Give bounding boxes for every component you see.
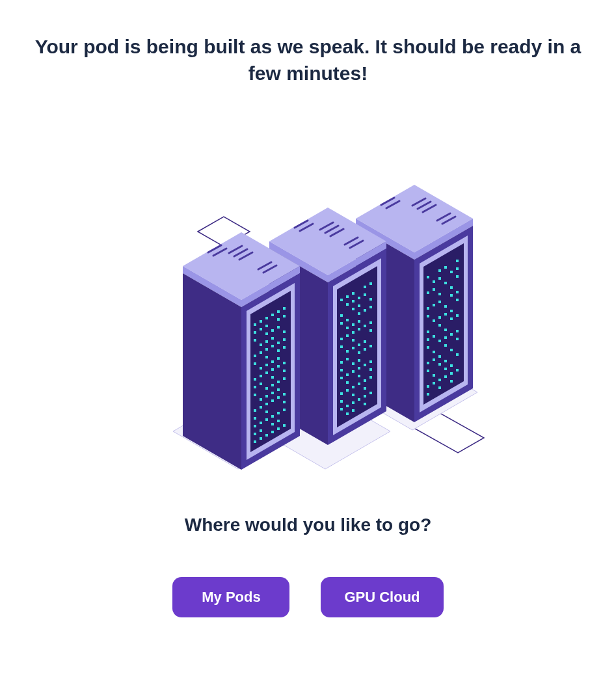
svg-rect-179 (438, 293, 441, 295)
svg-rect-158 (340, 408, 343, 411)
svg-rect-188 (456, 299, 459, 301)
svg-rect-80 (265, 411, 268, 413)
svg-rect-106 (364, 293, 366, 296)
svg-rect-98 (340, 299, 343, 301)
svg-rect-78 (283, 393, 286, 396)
svg-rect-95 (271, 431, 274, 433)
svg-rect-223 (450, 372, 453, 375)
svg-rect-154 (369, 376, 372, 379)
svg-rect-164 (346, 412, 349, 415)
svg-rect-209 (433, 358, 435, 361)
svg-rect-166 (364, 403, 366, 405)
svg-rect-89 (260, 429, 262, 432)
svg-rect-152 (358, 383, 360, 385)
svg-rect-153 (364, 379, 366, 382)
svg-rect-51 (265, 364, 268, 366)
button-row: My Pods GPU Cloud (172, 577, 443, 617)
svg-rect-136 (369, 345, 372, 347)
svg-rect-172 (438, 277, 441, 280)
svg-rect-79 (254, 417, 256, 420)
svg-rect-159 (346, 405, 349, 407)
svg-rect-48 (277, 349, 280, 352)
my-pods-button[interactable]: My Pods (172, 577, 289, 617)
svg-rect-190 (438, 316, 441, 319)
svg-rect-198 (433, 335, 435, 338)
svg-rect-201 (438, 340, 441, 342)
svg-rect-107 (340, 314, 343, 317)
svg-rect-26 (283, 307, 286, 310)
svg-rect-72 (277, 388, 280, 391)
svg-rect-56 (265, 371, 268, 374)
svg-rect-202 (444, 336, 447, 339)
svg-rect-224 (456, 369, 459, 371)
svg-rect-216 (433, 374, 435, 377)
svg-rect-176 (433, 288, 435, 291)
svg-rect-37 (265, 340, 268, 343)
svg-rect-215 (456, 353, 459, 356)
svg-rect-31 (283, 315, 286, 317)
svg-rect-81 (283, 401, 286, 403)
svg-rect-146 (346, 381, 349, 384)
svg-rect-41 (260, 351, 262, 354)
svg-rect-109 (358, 304, 360, 307)
svg-rect-88 (254, 433, 256, 435)
svg-rect-178 (456, 275, 459, 278)
svg-rect-60 (254, 386, 256, 388)
svg-rect-108 (352, 308, 355, 310)
svg-rect-171 (433, 280, 435, 283)
svg-rect-45 (283, 338, 286, 341)
svg-rect-119 (340, 338, 343, 340)
svg-rect-27 (254, 331, 256, 334)
svg-rect-127 (369, 329, 372, 332)
svg-rect-61 (260, 383, 262, 385)
svg-rect-122 (358, 328, 360, 330)
svg-rect-105 (358, 297, 360, 299)
svg-rect-114 (364, 309, 366, 312)
svg-rect-222 (444, 375, 447, 378)
svg-rect-115 (369, 306, 372, 308)
gpu-cloud-button[interactable]: GPU Cloud (321, 577, 443, 617)
svg-rect-100 (352, 292, 355, 295)
svg-rect-110 (369, 298, 372, 301)
svg-rect-24 (271, 314, 274, 316)
svg-rect-23 (265, 317, 268, 319)
svg-rect-208 (427, 362, 429, 364)
svg-rect-150 (346, 389, 349, 392)
svg-rect-54 (254, 378, 256, 381)
svg-rect-59 (283, 362, 286, 364)
svg-rect-126 (352, 339, 355, 342)
svg-rect-156 (352, 394, 355, 396)
svg-rect-187 (444, 305, 447, 308)
svg-rect-186 (427, 315, 429, 317)
svg-rect-82 (254, 425, 256, 427)
svg-rect-39 (283, 330, 286, 333)
svg-rect-112 (346, 319, 349, 321)
svg-rect-160 (352, 401, 355, 404)
svg-rect-63 (283, 370, 286, 372)
svg-rect-28 (260, 328, 262, 330)
svg-rect-227 (450, 380, 453, 383)
svg-rect-173 (450, 271, 453, 273)
svg-rect-65 (265, 387, 268, 390)
svg-rect-70 (265, 395, 268, 397)
svg-rect-147 (358, 375, 360, 377)
svg-rect-42 (265, 348, 268, 351)
svg-rect-53 (277, 357, 280, 360)
svg-rect-58 (277, 365, 280, 368)
svg-rect-128 (346, 350, 349, 353)
svg-rect-196 (456, 314, 459, 317)
svg-rect-90 (271, 423, 274, 425)
svg-rect-185 (456, 291, 459, 293)
svg-rect-30 (277, 318, 280, 321)
svg-rect-102 (369, 282, 372, 285)
svg-rect-131 (364, 340, 366, 343)
svg-rect-135 (364, 348, 366, 351)
svg-rect-35 (277, 326, 280, 329)
svg-rect-199 (444, 329, 447, 331)
svg-rect-162 (364, 395, 366, 397)
svg-rect-116 (346, 327, 349, 329)
svg-rect-143 (358, 367, 360, 370)
svg-rect-87 (283, 409, 286, 411)
status-heading: Your pod is being built as we speak. It … (22, 34, 595, 87)
svg-rect-140 (340, 377, 343, 379)
